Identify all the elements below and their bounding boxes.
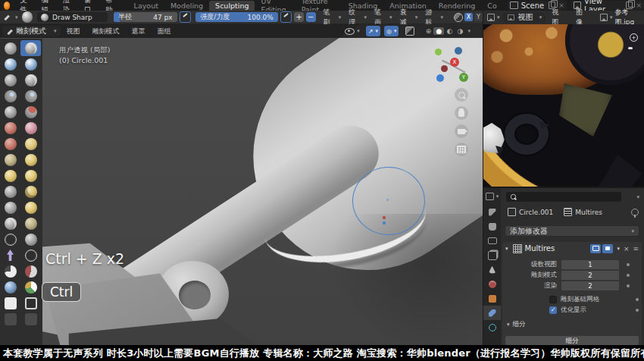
- shading-wireframe-button[interactable]: ⊕: [423, 27, 433, 35]
- modifier-name[interactable]: Multires: [525, 244, 555, 253]
- brush-clay[interactable]: [0, 56, 20, 72]
- tool-box-mask[interactable]: [0, 295, 20, 311]
- tab-layout[interactable]: Layout: [128, 1, 164, 11]
- image-mode-selector[interactable]: 视图 ▾: [503, 13, 546, 23]
- menu-face-sets[interactable]: 面组: [152, 27, 177, 36]
- editor-type-selector[interactable]: ▾: [483, 188, 501, 205]
- subdivide-button[interactable]: 细分: [505, 336, 639, 345]
- pin-icon[interactable]: [631, 209, 639, 216]
- camera-view-button[interactable]: [455, 124, 468, 138]
- brush-rotate[interactable]: [20, 199, 41, 215]
- menu-view[interactable]: 视图: [61, 27, 86, 36]
- blender-logo-icon[interactable]: [4, 2, 10, 10]
- brush-cloth[interactable]: [0, 231, 20, 247]
- shading-rendered-button[interactable]: ◑: [455, 27, 465, 35]
- pan-button[interactable]: [455, 106, 468, 120]
- brush-mask-alt[interactable]: [20, 263, 41, 279]
- optimal-display-checkbox[interactable]: ✓: [549, 306, 557, 314]
- brush-inflate[interactable]: [0, 88, 20, 104]
- gizmo-axis-y[interactable]: Y: [459, 73, 468, 82]
- shading-material-button[interactable]: ◐: [444, 27, 455, 35]
- tab-object[interactable]: [483, 291, 501, 306]
- brush-fill[interactable]: [20, 120, 41, 136]
- brush-pose[interactable]: [20, 184, 41, 199]
- brush-elastic-deform[interactable]: [0, 168, 20, 184]
- brush-boundary[interactable]: [20, 215, 41, 231]
- brush-nudge[interactable]: [0, 199, 20, 215]
- symmetry-y-toggle[interactable]: Y: [474, 13, 483, 21]
- tab-world[interactable]: [483, 277, 501, 291]
- brush-paint[interactable]: [20, 279, 41, 295]
- perspective-toggle-button[interactable]: [455, 143, 468, 156]
- brush-multires-displacement[interactable]: [0, 279, 20, 295]
- tab-output[interactable]: [483, 234, 501, 248]
- sculpt-base-mesh-checkbox[interactable]: [549, 296, 557, 303]
- render-levels-field[interactable]: 2: [561, 281, 619, 290]
- decorator-dot[interactable]: [627, 263, 630, 266]
- brush-thumb[interactable]: [0, 184, 20, 199]
- menu-mask[interactable]: 遮罩: [126, 27, 152, 36]
- tab-compositing[interactable]: Co: [481, 1, 502, 11]
- gizmo-axis-z-neg[interactable]: [435, 49, 442, 55]
- filter-dropdown-icon[interactable]: ▾: [636, 194, 639, 200]
- add-modifier-dropdown[interactable]: 添加修改器 ▾: [505, 225, 639, 237]
- snap-toggle[interactable]: ↗ ▾: [366, 26, 380, 36]
- shading-solid-button[interactable]: ●: [433, 27, 444, 35]
- brush-simplify[interactable]: [20, 231, 41, 247]
- brush-draw[interactable]: [0, 40, 20, 56]
- drag-handle-icon[interactable]: ≡: [633, 245, 639, 253]
- brush-name-field[interactable]: Draw Sharp: [37, 12, 108, 22]
- zoom-button[interactable]: [455, 88, 468, 102]
- brush-draw-face-sets[interactable]: [20, 247, 41, 263]
- brush-flatten[interactable]: [0, 120, 20, 136]
- sculpt-levels-field[interactable]: 2: [561, 271, 619, 280]
- gizmo-axis-y-neg[interactable]: [436, 74, 444, 82]
- image-datablock-icon[interactable]: [600, 14, 608, 21]
- decorator-dot[interactable]: [627, 284, 630, 287]
- symmetry-x-toggle[interactable]: X: [464, 13, 473, 21]
- overlays-toggle[interactable]: [403, 26, 417, 36]
- gizmo-axis-x[interactable]: X: [450, 58, 459, 67]
- brush-scrape[interactable]: [0, 136, 20, 152]
- brush-snake-hook[interactable]: [20, 168, 41, 184]
- gizmo-axis-x-neg[interactable]: [441, 65, 448, 72]
- proportional-edit-toggle[interactable]: ◎ ▾: [384, 26, 399, 36]
- tab-modeling[interactable]: Modeling: [164, 1, 209, 11]
- tool-dropdown[interactable]: ▾: [3, 14, 18, 20]
- tool-transform[interactable]: [0, 247, 20, 263]
- properties-search-input[interactable]: [506, 192, 621, 202]
- display-viewport-toggle[interactable]: [590, 244, 601, 253]
- brush-grab[interactable]: [20, 152, 41, 168]
- subtract-brush-button[interactable]: −: [306, 12, 316, 22]
- levels-viewport-field[interactable]: 1: [561, 260, 619, 269]
- strength-pressure-toggle[interactable]: [280, 11, 292, 23]
- visibility-dropdown[interactable]: ▾: [342, 26, 362, 36]
- brush-layer[interactable]: [20, 72, 41, 88]
- tool-box-trim[interactable]: [20, 311, 41, 327]
- tab-scene[interactable]: [483, 262, 501, 277]
- gizmo-axis-z[interactable]: [455, 47, 462, 55]
- radius-slider[interactable]: 半径 47 px: [114, 12, 177, 22]
- brush-slide-relax[interactable]: [0, 215, 20, 231]
- navigation-gizmo[interactable]: X Y: [433, 46, 473, 85]
- radius-pressure-toggle[interactable]: [180, 11, 192, 23]
- brush-clay-thumb[interactable]: [0, 72, 20, 88]
- brush-smooth[interactable]: [20, 104, 41, 120]
- tab-render[interactable]: [483, 219, 501, 234]
- image-zoom-icon[interactable]: +: [630, 33, 638, 42]
- strength-slider[interactable]: 强度/力度 100.0%: [195, 12, 278, 22]
- decorator-dot[interactable]: [636, 298, 639, 301]
- subdivision-subpanel-header[interactable]: ▾ 细分: [502, 319, 642, 329]
- tab-view-layer[interactable]: [483, 248, 501, 262]
- tab-sculpting[interactable]: Sculpting: [209, 1, 255, 11]
- brush-draw-sharp[interactable]: [20, 40, 41, 56]
- display-render-toggle[interactable]: [602, 244, 613, 253]
- brush-preview-icon[interactable]: [22, 11, 33, 23]
- decorator-dot[interactable]: [636, 309, 639, 312]
- tab-modifiers[interactable]: [483, 306, 501, 320]
- breadcrumb-object[interactable]: Circle.001: [519, 209, 553, 216]
- expand-icon[interactable]: ▾: [505, 246, 508, 252]
- brush-mask[interactable]: [0, 263, 20, 279]
- image-editor-type-icon[interactable]: [487, 14, 495, 21]
- viewport-3d[interactable]: 雕刻模式 ▾ 视图 雕刻模式 遮罩 面组 ▾ ↗ ▾ ◎ ▾: [0, 24, 483, 345]
